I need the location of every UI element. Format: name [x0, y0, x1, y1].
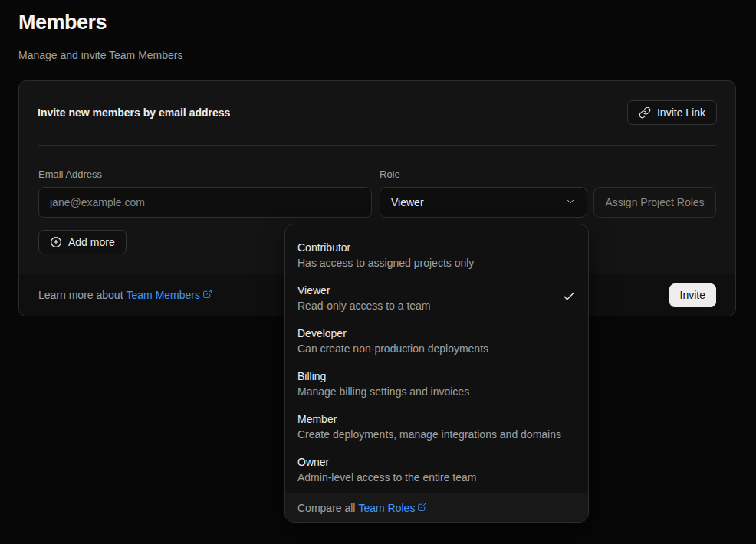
- team-roles-link-label: Team Roles: [358, 502, 415, 514]
- role-option-description: Has access to assigned projects only: [297, 255, 474, 270]
- role-option-member[interactable]: Member Create deployments, manage integr…: [285, 405, 588, 448]
- card-header: Invite new members by email address Invi…: [19, 81, 735, 126]
- learn-more-prefix: Learn more about: [38, 289, 123, 301]
- role-select[interactable]: Viewer: [380, 187, 587, 218]
- team-members-link-label: Team Members: [127, 289, 200, 301]
- invite-button[interactable]: Invite: [669, 283, 716, 307]
- role-option-title: Owner: [297, 454, 476, 470]
- role-select-value: Viewer: [391, 196, 424, 208]
- email-label: Email Address: [38, 169, 372, 180]
- add-more-button[interactable]: Add more: [38, 230, 127, 254]
- role-option-description: Manage billing settings and invoices: [297, 384, 469, 399]
- role-option-title: Viewer: [297, 283, 431, 298]
- dropdown-footer: Compare all Team Roles: [285, 493, 588, 522]
- compare-all-prefix: Compare all: [297, 502, 355, 514]
- role-option-owner[interactable]: Owner Admin-level access to the entire t…: [285, 448, 588, 491]
- page-subtitle: Manage and invite Team Members: [18, 49, 738, 61]
- learn-more-text: Learn more about Team Members: [38, 289, 212, 301]
- role-option-description: Create deployments, manage integrations …: [297, 427, 561, 442]
- add-more-label: Add more: [68, 236, 115, 248]
- role-option-title: Contributor: [297, 240, 474, 255]
- role-option-developer[interactable]: Developer Can create non-production depl…: [285, 320, 588, 362]
- link-icon: [639, 107, 651, 119]
- plus-circle-icon: [50, 236, 62, 248]
- members-page: Members Manage and invite Team Members I…: [0, 0, 756, 544]
- role-field-group: Role Viewer Assign Project Roles: [380, 169, 716, 218]
- card-title: Invite new members by email address: [38, 107, 230, 119]
- check-icon: [562, 290, 576, 306]
- role-option-description: Can create non-production deployments: [297, 341, 488, 356]
- role-option-title: Developer: [297, 326, 488, 341]
- role-option-title: Billing: [297, 369, 469, 384]
- role-option-description: Read-only access to a team: [297, 298, 431, 313]
- invite-form-row: Email Address Role Viewer Assign Project…: [19, 146, 735, 218]
- email-field-group: Email Address: [38, 169, 372, 218]
- team-members-link[interactable]: Team Members: [127, 289, 212, 301]
- external-link-icon: [202, 289, 212, 301]
- role-dropdown-options: Contributor Has access to assigned proje…: [285, 224, 588, 493]
- assign-project-roles-button[interactable]: Assign Project Roles: [593, 187, 716, 218]
- role-label: Role: [380, 169, 716, 180]
- page-title: Members: [18, 9, 738, 35]
- role-option-title: Member: [297, 411, 561, 427]
- invite-link-label: Invite Link: [657, 107, 705, 119]
- role-option-description: Admin-level access to the entire team: [297, 470, 476, 485]
- team-roles-link[interactable]: Team Roles: [358, 502, 427, 514]
- chevron-down-icon: [565, 196, 576, 209]
- invite-link-button[interactable]: Invite Link: [627, 100, 717, 125]
- role-option-viewer[interactable]: Viewer Read-only access to a team: [285, 277, 588, 320]
- external-link-icon: [417, 502, 427, 514]
- email-input[interactable]: [38, 187, 372, 218]
- role-option-contributor[interactable]: Contributor Has access to assigned proje…: [285, 234, 588, 277]
- role-option-billing[interactable]: Billing Manage billing settings and invo…: [285, 362, 588, 405]
- role-dropdown-menu: Contributor Has access to assigned proje…: [284, 224, 589, 523]
